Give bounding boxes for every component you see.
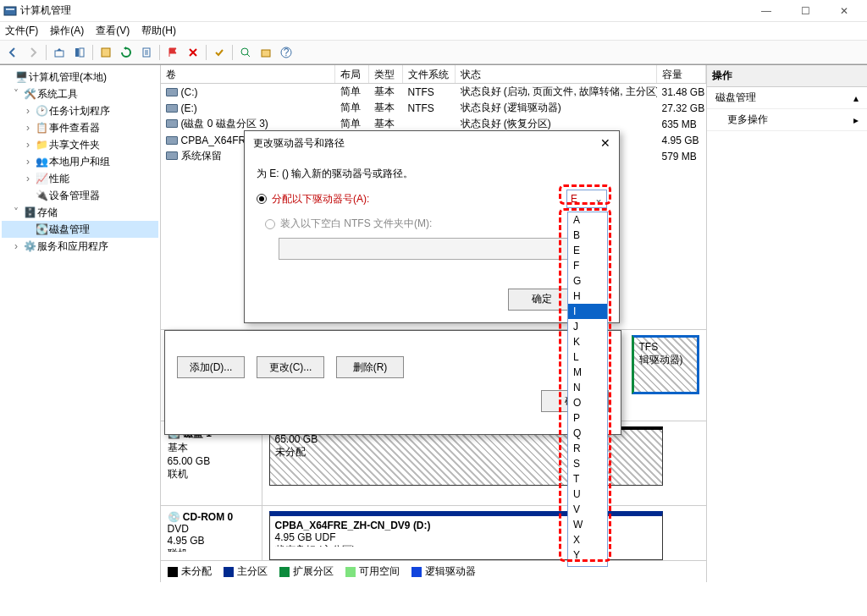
chevron-up-icon: ▴ (853, 92, 859, 104)
dropdown-option[interactable]: N (568, 380, 607, 395)
remove-button[interactable]: 删除(R) (336, 356, 404, 378)
dropdown-option[interactable]: B (568, 228, 607, 243)
partition-e[interactable]: TFS 辑驱动器) (632, 335, 699, 394)
add-button[interactable]: 添加(D)... (177, 356, 245, 378)
col-status[interactable]: 状态 (456, 65, 657, 83)
toggle-tools[interactable]: ˅ (10, 88, 22, 100)
list-item[interactable]: (E:)简单基本NTFS状态良好 (逻辑驱动器)27.32 GB (161, 100, 706, 116)
legend-ext: 扩展分区 (293, 565, 334, 577)
tree-perf[interactable]: 性能 (49, 172, 69, 186)
properties-button[interactable] (97, 43, 115, 62)
maximize-button[interactable]: ☐ (786, 0, 825, 22)
toggle-services[interactable]: › (10, 240, 22, 252)
volume-icon (166, 119, 178, 128)
actions-more[interactable]: 更多操作▸ (707, 109, 868, 131)
dropdown-option[interactable]: V (568, 502, 607, 517)
volume-icon (166, 88, 178, 96)
toggle-shared[interactable]: › (22, 139, 34, 151)
dialog-close-icon[interactable]: ✕ (600, 136, 610, 150)
tree-root[interactable]: 计算机管理(本地) (29, 70, 107, 85)
dropdown-option[interactable]: S (568, 456, 607, 471)
col-layout[interactable]: 布局 (335, 65, 369, 83)
toggle-storage[interactable]: ˅ (10, 206, 22, 218)
dropdown-option[interactable]: F (568, 258, 607, 273)
help-icon[interactable]: ? (277, 43, 295, 62)
legend-primary: 主分区 (237, 565, 268, 577)
legend-logical: 逻辑驱动器 (425, 565, 476, 577)
mount-path-input[interactable] (279, 238, 568, 260)
dropdown-option[interactable]: P (568, 410, 607, 426)
cd-type: DVD (168, 523, 255, 535)
col-capacity[interactable]: 容量 (657, 65, 706, 83)
dropdown-option[interactable]: R (568, 441, 607, 456)
tree-event[interactable]: 事件查看器 (49, 121, 100, 135)
export-button[interactable] (137, 43, 156, 62)
back-button[interactable] (3, 43, 22, 62)
dropdown-option[interactable]: U (568, 487, 607, 502)
col-fs[interactable]: 文件系统 (403, 65, 456, 83)
dropdown-option[interactable]: H (568, 289, 607, 304)
menu-action[interactable]: 操作(A) (50, 24, 84, 38)
col-volume[interactable]: 卷 (161, 65, 335, 83)
dropdown-option[interactable]: G (568, 273, 607, 289)
dropdown-option[interactable]: T (568, 471, 607, 487)
drive-letter-combo[interactable]: E ⌄ (566, 190, 607, 208)
dropdown-option[interactable]: X (568, 532, 607, 547)
col-type[interactable]: 类型 (369, 65, 403, 83)
dropdown-option[interactable]: Z (568, 563, 607, 567)
dropdown-option[interactable]: O (568, 395, 607, 410)
inner-ok-button[interactable]: 确定 (508, 289, 576, 311)
dropdown-option[interactable]: M (568, 365, 607, 380)
dropdown-option[interactable]: A (568, 212, 607, 228)
toggle-users[interactable]: › (22, 156, 34, 168)
menu-help[interactable]: 帮助(H) (141, 24, 176, 38)
dropdown-option[interactable]: K (568, 334, 607, 349)
tree-services[interactable]: 服务和应用程序 (37, 239, 108, 254)
refresh-button[interactable] (117, 43, 135, 62)
up-button[interactable] (50, 43, 69, 62)
devmgr-icon: 🔌 (34, 190, 49, 201)
titlebar: 计算机管理 — ☐ ✕ (0, 0, 867, 22)
tree-devmgr[interactable]: 设备管理器 (49, 189, 100, 203)
tree-storage[interactable]: 存储 (37, 206, 58, 220)
flag-icon[interactable] (163, 43, 182, 62)
show-hide-button[interactable] (70, 43, 89, 62)
toggle-perf[interactable]: › (22, 173, 34, 184)
radio-assign[interactable] (257, 194, 267, 204)
check-icon[interactable] (210, 43, 229, 62)
dropdown-option[interactable]: Q (568, 426, 607, 441)
app-icon (3, 4, 17, 18)
drive-letter-dropdown[interactable]: ABEFGHIJKLMNOPQRSTUVWXYZ (567, 212, 608, 567)
actions-pane: 操作 磁盘管理▴ 更多操作▸ (707, 65, 868, 582)
dropdown-option[interactable]: I (568, 304, 607, 319)
tree-shared[interactable]: 共享文件夹 (49, 138, 100, 152)
dropdown-option[interactable]: J (568, 319, 607, 334)
tree-task[interactable]: 任务计划程序 (49, 104, 110, 118)
menu-view[interactable]: 查看(V) (96, 24, 130, 38)
radio-mount[interactable] (265, 219, 275, 229)
tree-tools[interactable]: 系统工具 (37, 87, 78, 102)
change-button[interactable]: 更改(C)... (257, 356, 324, 378)
svg-rect-2 (55, 51, 64, 57)
find-icon[interactable] (236, 43, 255, 62)
forward-button[interactable] (24, 43, 42, 62)
dropdown-option[interactable]: W (568, 517, 607, 532)
svg-point-7 (241, 48, 248, 55)
dropdown-option[interactable]: E (568, 243, 607, 258)
chevron-right-icon: ▸ (853, 114, 859, 126)
dropdown-option[interactable]: Y (568, 547, 607, 563)
list-item[interactable]: (C:)简单基本NTFS状态良好 (启动, 页面文件, 故障转储, 主分区)31… (161, 84, 706, 100)
delete-icon[interactable] (184, 43, 202, 62)
minimize-button[interactable]: — (747, 0, 786, 22)
tree-diskmgmt[interactable]: 磁盘管理 (49, 223, 90, 237)
menu-file[interactable]: 文件(F) (5, 24, 38, 38)
actions-diskmgmt[interactable]: 磁盘管理▴ (707, 87, 868, 109)
svg-rect-1 (6, 8, 14, 10)
toggle-task[interactable]: › (22, 105, 34, 117)
folder-icon[interactable] (257, 43, 275, 62)
close-button[interactable]: ✕ (825, 0, 864, 22)
perf-icon: 📈 (34, 173, 49, 184)
toggle-event[interactable]: › (22, 122, 34, 134)
tree-users[interactable]: 本地用户和组 (49, 155, 110, 169)
dropdown-option[interactable]: L (568, 349, 607, 365)
